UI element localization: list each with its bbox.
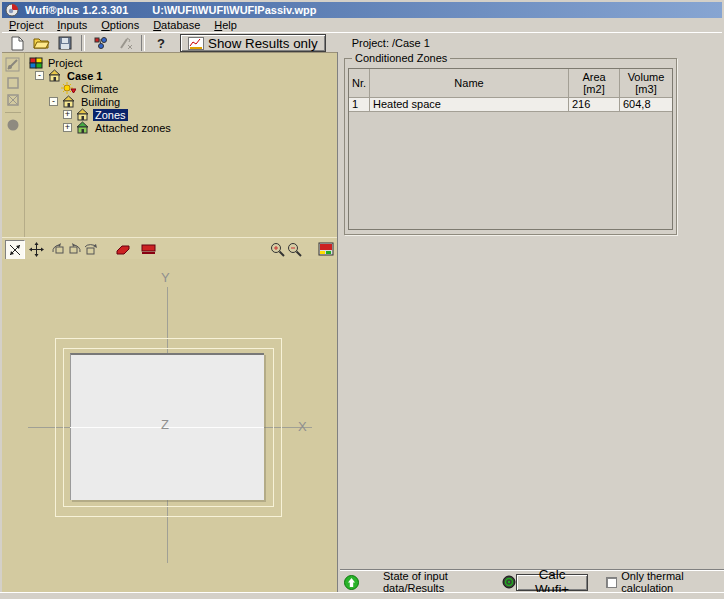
red-roof-icon [115, 243, 131, 256]
pointer-wand-icon [118, 36, 133, 50]
axis-label-x: X [298, 419, 307, 434]
show-results-label: Show Results only [208, 36, 318, 51]
pan-tool-button[interactable] [27, 240, 45, 258]
climate-sun-icon [61, 82, 76, 95]
axis-label-y: Y [161, 270, 170, 285]
menu-project[interactable]: Project [2, 19, 50, 32]
table-header-row: Nr. Name Area [m2] Volume [m3] [349, 69, 672, 98]
axis-label-z: Z [161, 417, 169, 432]
toolbar-separator [81, 35, 85, 51]
title-bar[interactable]: Wufi®plus 1.2.3.301 U:\WUFI\WUFI\WUFIPas… [2, 2, 722, 18]
building-3d-viewport[interactable]: Y X Z [2, 259, 337, 593]
open-folder-icon [33, 36, 50, 50]
cell-area: 216 [569, 98, 620, 112]
viewport-toolbar [2, 237, 337, 261]
rotate-object-icon [51, 242, 66, 256]
calculation-status-row: State of input data/Results Calc Wufi+ O… [340, 570, 724, 593]
calc-wufi-button[interactable]: Calc Wufi+ [516, 574, 588, 591]
tool-strip-separator [5, 112, 21, 113]
zoom-in-button[interactable] [268, 240, 286, 258]
tree-item-climate[interactable]: Climate [25, 82, 337, 95]
only-thermal-checkbox-group[interactable]: Only thermal calculation [606, 570, 720, 594]
rotate-object-icon [83, 242, 98, 256]
only-thermal-checkbox[interactable] [606, 577, 617, 588]
expand-expander-icon[interactable]: + [63, 123, 72, 132]
delete-shape-tool-button[interactable] [5, 93, 21, 107]
input-state-ok-icon [344, 575, 359, 590]
state-of-input-label: State of input data/Results [383, 570, 494, 594]
tree-item-label[interactable]: Building [79, 96, 122, 108]
project-tree[interactable]: Project - Case 1 Climate - Building + Zo… [25, 52, 337, 237]
collapse-expander-icon[interactable]: - [35, 71, 44, 80]
house-icon [47, 69, 62, 82]
circle-tool-button[interactable] [5, 118, 21, 133]
tree-item-label[interactable]: Case 1 [65, 70, 104, 82]
table-row[interactable]: 1 Heated space 216 604,8 [349, 98, 672, 112]
zoom-in-icon [270, 242, 285, 257]
header-area: Area [m2] [569, 69, 620, 98]
tree-item-label[interactable]: Climate [79, 83, 120, 95]
tree-structure-button[interactable] [90, 34, 112, 52]
window-status-strip [0, 592, 724, 599]
tree-item-case-1[interactable]: - Case 1 [25, 69, 337, 82]
rotate-object-icon [67, 242, 82, 256]
menu-options[interactable]: Options [94, 19, 146, 32]
save-floppy-icon [58, 36, 72, 50]
tree-item-building[interactable]: - Building [25, 95, 337, 108]
tree-item-label[interactable]: Attached zones [93, 122, 173, 134]
show-results-button[interactable]: Show Results only [180, 34, 326, 52]
diagonal-arrows-icon [8, 243, 22, 257]
tree-item-label[interactable]: Project [46, 57, 84, 69]
header-volume: Volume [m3] [620, 69, 672, 98]
groupbox-title: Conditioned Zones [352, 52, 450, 64]
save-button[interactable] [54, 34, 76, 52]
results-chart-icon [188, 37, 204, 50]
tree-item-attached-zones[interactable]: + Attached zones [25, 121, 337, 134]
rotate-z-button[interactable] [81, 240, 99, 258]
toolbar-separator [141, 35, 145, 51]
new-document-icon [11, 36, 24, 51]
drawing-tool-strip [2, 52, 25, 242]
view-options-button[interactable] [317, 240, 335, 258]
red-layers-icon [141, 243, 157, 256]
rectangle-tool-button[interactable] [5, 76, 21, 90]
tree-item-zones[interactable]: + Zones [25, 108, 337, 121]
tree-item-label-selected[interactable]: Zones [93, 109, 128, 121]
collapse-expander-icon[interactable]: - [49, 97, 58, 106]
tree-structure-icon [93, 36, 109, 50]
header-name: Name [370, 69, 569, 98]
app-icon [5, 3, 19, 17]
open-file-button[interactable] [30, 34, 52, 52]
menu-bar: Project Inputs Options Database Help [2, 19, 722, 32]
results-state-led-icon [502, 575, 516, 589]
layers-view-button[interactable] [140, 240, 158, 258]
header-nr: Nr. [349, 69, 370, 98]
edit-tool-button[interactable] [114, 34, 136, 52]
component-view-button[interactable] [114, 240, 132, 258]
new-file-button[interactable] [6, 34, 28, 52]
window-title: Wufi®plus 1.2.3.301 [25, 4, 128, 16]
tree-item-project[interactable]: Project [25, 56, 337, 69]
zoom-out-button[interactable] [285, 240, 303, 258]
conditioned-zones-table[interactable]: Nr. Name Area [m2] Volume [m3] 1 He [348, 68, 673, 230]
help-button[interactable]: ? [150, 34, 172, 52]
current-project-label: Project: /Case 1 [352, 37, 430, 49]
cell-name: Heated space [370, 98, 569, 112]
only-thermal-label: Only thermal calculation [621, 570, 720, 594]
expand-expander-icon[interactable]: + [63, 110, 72, 119]
zoom-out-icon [287, 242, 302, 257]
free-rotate-tool-button[interactable] [5, 240, 25, 260]
menu-database[interactable]: Database [146, 19, 207, 32]
zones-panel: Conditioned Zones Nr. Name Area [m2] Vol… [340, 52, 724, 593]
cell-nr: 1 [349, 98, 370, 112]
house-icon [61, 95, 76, 108]
conditioned-zones-groupbox: Conditioned Zones Nr. Name Area [m2] Vol… [344, 58, 677, 235]
menu-help[interactable]: Help [207, 19, 244, 32]
project-icon [29, 57, 43, 69]
display-options-icon [318, 242, 334, 256]
draw-tool-button[interactable] [5, 57, 21, 73]
menu-inputs[interactable]: Inputs [50, 19, 94, 32]
help-icon: ? [157, 36, 165, 51]
pan-arrows-icon [29, 242, 44, 257]
cell-volume: 604,8 [620, 98, 672, 112]
